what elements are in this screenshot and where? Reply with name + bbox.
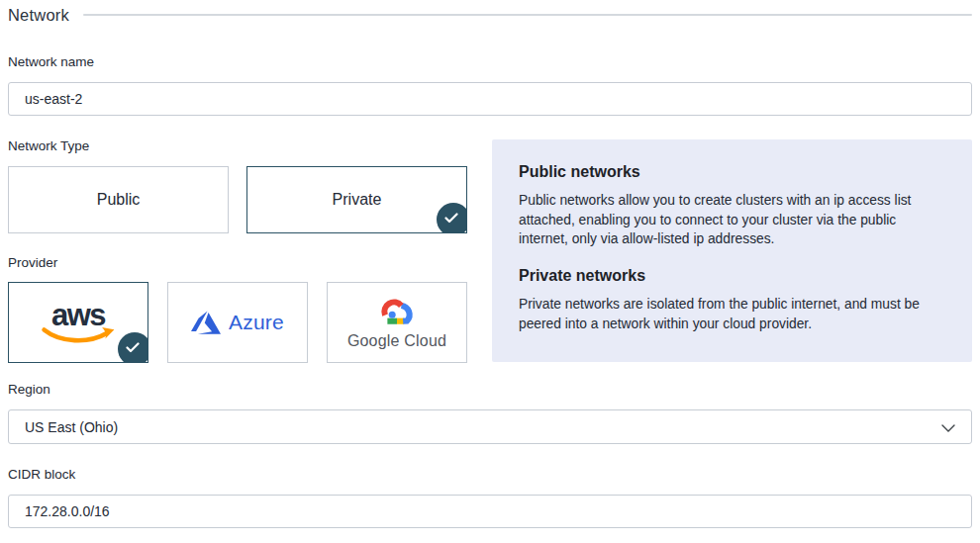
page-title: Network [8, 6, 69, 25]
aws-wordmark: aws [51, 302, 105, 329]
selected-check-icon [437, 203, 467, 233]
network-type-option-label: Private [333, 191, 382, 209]
info-body-private: Private networks are isolated from the p… [519, 295, 945, 333]
network-type-label: Network Type [8, 139, 467, 153]
network-type-option-public[interactable]: Public [8, 166, 229, 233]
azure-icon [191, 308, 221, 337]
region-label: Region [8, 383, 972, 397]
azure-wordmark: Azure [229, 311, 284, 334]
section-header: Network [8, 2, 972, 28]
cidr-input[interactable] [8, 495, 972, 528]
network-type-option-private[interactable]: Private [246, 166, 467, 233]
provider-option-google-cloud[interactable]: Google Cloud [327, 282, 467, 363]
region-select[interactable] [8, 409, 972, 444]
network-form: Network Network name Network Type Public… [0, 0, 980, 528]
provider-option-aws[interactable]: aws [8, 282, 148, 363]
selected-check-icon [118, 332, 148, 363]
provider-options: aws [8, 282, 467, 363]
google-cloud-icon [374, 295, 420, 329]
google-cloud-logo: Google Cloud [347, 295, 446, 350]
info-heading-public: Public networks [519, 163, 945, 181]
right-column: Public networks Public networks allow yo… [492, 139, 972, 363]
region-select-wrap [8, 409, 972, 444]
provider-option-azure[interactable]: Azure [167, 282, 308, 363]
network-name-input[interactable] [8, 82, 972, 116]
network-info-panel: Public networks Public networks allow yo… [492, 139, 972, 362]
network-type-options: Public Private [8, 166, 467, 233]
google-cloud-wordmark: Google Cloud [347, 332, 446, 350]
type-provider-zone: Network Type Public Private Provider [8, 139, 972, 363]
azure-logo: Azure [191, 308, 284, 337]
network-type-option-label: Public [97, 191, 141, 209]
aws-smile-icon [40, 326, 117, 344]
network-name-label: Network name [8, 55, 972, 69]
aws-logo: aws [40, 302, 117, 344]
info-heading-private: Private networks [519, 267, 945, 285]
cidr-label: CIDR block [8, 468, 972, 482]
provider-label: Provider [8, 256, 467, 270]
left-column: Network Type Public Private Provider [8, 139, 467, 363]
header-divider [83, 14, 972, 16]
info-body-public: Public networks allow you to create clus… [519, 191, 945, 249]
